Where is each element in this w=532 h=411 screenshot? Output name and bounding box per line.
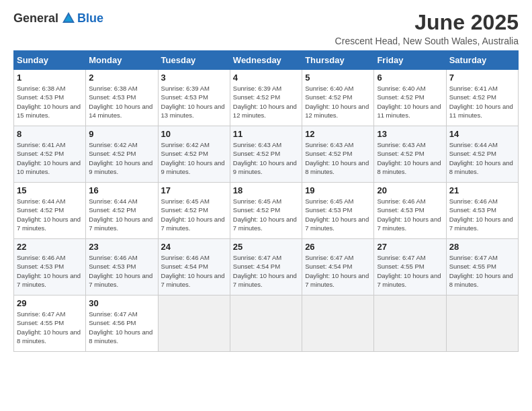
day-number: 5 (305, 73, 371, 83)
day-info: Sunrise: 6:45 AMSunset: 4:52 PMDaylight:… (161, 197, 227, 232)
list-item: 10Sunrise: 6:42 AMSunset: 4:52 PMDayligh… (158, 126, 230, 183)
logo-general: General (13, 11, 58, 26)
day-info: Sunrise: 6:38 AMSunset: 4:53 PMDaylight:… (17, 84, 83, 120)
list-item: 14Sunrise: 6:44 AMSunset: 4:52 PMDayligh… (446, 126, 518, 183)
day-number: 29 (17, 298, 83, 308)
day-number: 11 (233, 129, 299, 139)
day-number: 15 (17, 185, 83, 195)
day-number: 27 (377, 242, 443, 252)
day-number: 12 (305, 129, 371, 139)
day-info: Sunrise: 6:41 AMSunset: 4:52 PMDaylight:… (449, 84, 515, 120)
table-row: 1Sunrise: 6:38 AMSunset: 4:53 PMDaylight… (14, 70, 519, 126)
day-info: Sunrise: 6:43 AMSunset: 4:52 PMDaylight:… (233, 140, 299, 176)
list-item: 30Sunrise: 6:47 AMSunset: 4:56 PMDayligh… (86, 295, 158, 352)
logo-icon (61, 11, 76, 26)
list-item: 18Sunrise: 6:45 AMSunset: 4:52 PMDayligh… (230, 183, 302, 239)
day-info: Sunrise: 6:44 AMSunset: 4:52 PMDaylight:… (17, 197, 83, 232)
col-saturday: Saturday (446, 51, 518, 70)
list-item: 24Sunrise: 6:46 AMSunset: 4:54 PMDayligh… (158, 239, 230, 295)
day-number: 16 (89, 185, 154, 195)
list-item (158, 295, 230, 352)
calendar-body: 1Sunrise: 6:38 AMSunset: 4:53 PMDaylight… (14, 70, 519, 352)
list-item: 1Sunrise: 6:38 AMSunset: 4:53 PMDaylight… (14, 70, 86, 126)
list-item: 3Sunrise: 6:39 AMSunset: 4:53 PMDaylight… (158, 70, 230, 126)
table-row: 8Sunrise: 6:41 AMSunset: 4:52 PMDaylight… (14, 126, 519, 183)
list-item: 12Sunrise: 6:43 AMSunset: 4:52 PMDayligh… (302, 126, 374, 183)
location-subtitle: Crescent Head, New South Wales, Australi… (335, 36, 519, 46)
day-info: Sunrise: 6:45 AMSunset: 4:52 PMDaylight:… (233, 197, 299, 232)
logo-blue: Blue (77, 11, 103, 26)
list-item: 8Sunrise: 6:41 AMSunset: 4:52 PMDaylight… (14, 126, 86, 183)
list-item: 7Sunrise: 6:41 AMSunset: 4:52 PMDaylight… (446, 70, 518, 126)
table-row: 22Sunrise: 6:46 AMSunset: 4:53 PMDayligh… (14, 239, 519, 295)
list-item: 23Sunrise: 6:46 AMSunset: 4:53 PMDayligh… (86, 239, 158, 295)
day-number: 20 (377, 185, 443, 195)
col-monday: Monday (86, 51, 158, 70)
list-item: 5Sunrise: 6:40 AMSunset: 4:52 PMDaylight… (302, 70, 374, 126)
day-info: Sunrise: 6:47 AMSunset: 4:55 PMDaylight:… (17, 310, 83, 345)
day-info: Sunrise: 6:44 AMSunset: 4:52 PMDaylight:… (449, 140, 515, 176)
day-number: 4 (233, 73, 299, 83)
day-info: Sunrise: 6:47 AMSunset: 4:54 PMDaylight:… (233, 253, 299, 289)
day-number: 1 (17, 73, 83, 83)
day-info: Sunrise: 6:46 AMSunset: 4:53 PMDaylight:… (89, 253, 154, 289)
day-info: Sunrise: 6:40 AMSunset: 4:52 PMDaylight:… (377, 84, 443, 120)
day-info: Sunrise: 6:41 AMSunset: 4:52 PMDaylight:… (17, 140, 83, 176)
list-item: 17Sunrise: 6:45 AMSunset: 4:52 PMDayligh… (158, 183, 230, 239)
logo: General Blue (13, 11, 103, 26)
day-number: 8 (17, 129, 83, 139)
list-item: 27Sunrise: 6:47 AMSunset: 4:55 PMDayligh… (374, 239, 446, 295)
list-item: 28Sunrise: 6:47 AMSunset: 4:55 PMDayligh… (446, 239, 518, 295)
list-item: 9Sunrise: 6:42 AMSunset: 4:52 PMDaylight… (86, 126, 158, 183)
list-item: 21Sunrise: 6:46 AMSunset: 4:53 PMDayligh… (446, 183, 518, 239)
header: General Blue June 2025 Crescent Head, Ne… (13, 11, 519, 46)
day-number: 25 (233, 242, 299, 252)
day-number: 7 (449, 73, 515, 83)
day-info: Sunrise: 6:46 AMSunset: 4:53 PMDaylight:… (449, 197, 515, 232)
list-item (446, 295, 518, 352)
day-info: Sunrise: 6:47 AMSunset: 4:55 PMDaylight:… (449, 253, 515, 289)
calendar-header: Sunday Monday Tuesday Wednesday Thursday… (14, 51, 519, 70)
day-number: 13 (377, 129, 443, 139)
day-number: 22 (17, 242, 83, 252)
list-item: 16Sunrise: 6:44 AMSunset: 4:52 PMDayligh… (86, 183, 158, 239)
day-number: 30 (89, 298, 154, 308)
day-info: Sunrise: 6:42 AMSunset: 4:52 PMDaylight:… (89, 140, 154, 176)
list-item: 25Sunrise: 6:47 AMSunset: 4:54 PMDayligh… (230, 239, 302, 295)
list-item: 26Sunrise: 6:47 AMSunset: 4:54 PMDayligh… (302, 239, 374, 295)
table-row: 29Sunrise: 6:47 AMSunset: 4:55 PMDayligh… (14, 295, 519, 352)
day-info: Sunrise: 6:43 AMSunset: 4:52 PMDaylight:… (305, 140, 371, 176)
day-number: 17 (161, 185, 227, 195)
day-number: 9 (89, 129, 154, 139)
col-friday: Friday (374, 51, 446, 70)
day-number: 6 (377, 73, 443, 83)
day-info: Sunrise: 6:46 AMSunset: 4:53 PMDaylight:… (377, 197, 443, 232)
day-number: 23 (89, 242, 154, 252)
list-item (230, 295, 302, 352)
day-number: 26 (305, 242, 371, 252)
list-item: 6Sunrise: 6:40 AMSunset: 4:52 PMDaylight… (374, 70, 446, 126)
table-row: 15Sunrise: 6:44 AMSunset: 4:52 PMDayligh… (14, 183, 519, 239)
calendar-table: Sunday Monday Tuesday Wednesday Thursday… (13, 50, 519, 352)
day-info: Sunrise: 6:42 AMSunset: 4:52 PMDaylight:… (161, 140, 227, 176)
list-item: 4Sunrise: 6:39 AMSunset: 4:52 PMDaylight… (230, 70, 302, 126)
col-sunday: Sunday (14, 51, 86, 70)
list-item: 22Sunrise: 6:46 AMSunset: 4:53 PMDayligh… (14, 239, 86, 295)
day-number: 24 (161, 242, 227, 252)
title-area: June 2025 Crescent Head, New South Wales… (335, 11, 519, 46)
day-number: 18 (233, 185, 299, 195)
day-info: Sunrise: 6:45 AMSunset: 4:53 PMDaylight:… (305, 197, 371, 232)
day-number: 2 (89, 73, 154, 83)
list-item: 19Sunrise: 6:45 AMSunset: 4:53 PMDayligh… (302, 183, 374, 239)
day-number: 28 (449, 242, 515, 252)
list-item (374, 295, 446, 352)
day-number: 19 (305, 185, 371, 195)
list-item: 20Sunrise: 6:46 AMSunset: 4:53 PMDayligh… (374, 183, 446, 239)
col-thursday: Thursday (302, 51, 374, 70)
day-info: Sunrise: 6:39 AMSunset: 4:52 PMDaylight:… (233, 84, 299, 120)
list-item: 11Sunrise: 6:43 AMSunset: 4:52 PMDayligh… (230, 126, 302, 183)
day-info: Sunrise: 6:46 AMSunset: 4:54 PMDaylight:… (161, 253, 227, 289)
day-info: Sunrise: 6:39 AMSunset: 4:53 PMDaylight:… (161, 84, 227, 120)
day-info: Sunrise: 6:44 AMSunset: 4:52 PMDaylight:… (89, 197, 154, 232)
day-info: Sunrise: 6:47 AMSunset: 4:54 PMDaylight:… (305, 253, 371, 289)
